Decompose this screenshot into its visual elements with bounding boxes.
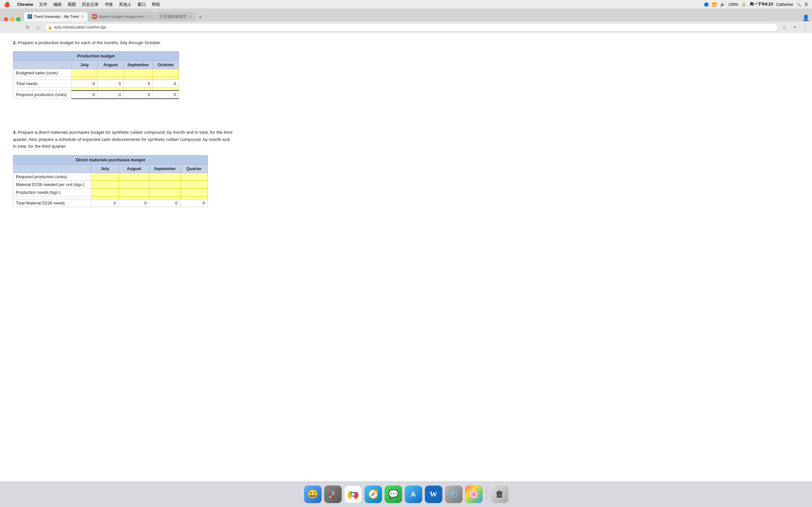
prod-input-budgeted-sales-oct[interactable] [153, 69, 179, 77]
extension-icon[interactable]: ✦ [791, 23, 799, 32]
menu-window[interactable]: 窗口 [137, 2, 146, 7]
search-icon[interactable]: 🔍 [797, 2, 801, 7]
question-3-text: 3. Prepare a direct materials purchases … [13, 129, 234, 150]
app-name-menu[interactable]: Chrome [17, 2, 33, 7]
prod-input-blank1-oct[interactable] [153, 77, 179, 80]
direct-materials-budget-table: Direct materials purchases budget July A… [13, 155, 208, 207]
mac-menubar: 🍎 Chrome 文件 编辑 视图 历史记录 书签 其他人 窗口 帮助 🔵 📶 … [0, 0, 812, 9]
tab-new[interactable]: 打开新的标签页 ✕ [156, 12, 196, 21]
traffic-light-minimize[interactable] [10, 17, 14, 21]
tab-label-trent: Trent University :: My Trent [34, 15, 79, 18]
dm-row-blank1 [13, 196, 208, 199]
prod-input-blank2-aug[interactable] [98, 88, 124, 91]
address-bar[interactable]: 🔒 ezto.mheducation.com/hm.tpx [44, 23, 778, 32]
prod-input-blank1-july[interactable] [72, 77, 98, 80]
prod-value-total-needs-oct: 0 [153, 80, 179, 88]
prod-value-req-prod-sep: 0 [124, 91, 153, 99]
user-name: Catharine [776, 2, 793, 7]
prod-row-required-production: Required production (units) 0 0 0 0 [13, 91, 179, 99]
dm-input-blank1-quarter[interactable] [180, 196, 208, 199]
dm-input-material-per-unit-quarter[interactable] [180, 181, 208, 188]
question-3-number: 3. [13, 130, 16, 135]
dm-input-blank1-aug[interactable] [118, 196, 149, 199]
production-budget-table: Production budget July August September … [13, 51, 179, 99]
apple-menu[interactable]: 🍎 [4, 2, 10, 7]
prod-input-blank2-sep[interactable] [124, 88, 153, 91]
dm-input-production-needs-quarter[interactable] [180, 188, 208, 196]
dm-input-production-needs-july[interactable] [91, 188, 118, 196]
back-button[interactable]: ‹ [3, 23, 11, 32]
dm-row-total-material: Total Material D236 needs 0 0 0 0 [13, 199, 208, 207]
question-2-body: Prepare a production budget for each of … [18, 40, 161, 45]
direct-materials-budget-wrapper: Direct materials purchases budget July A… [13, 155, 799, 207]
dm-input-material-per-unit-sep[interactable] [149, 181, 180, 188]
menu-people[interactable]: 其他人 [119, 2, 132, 7]
prod-value-total-needs-sep: 0 [124, 80, 153, 88]
dm-input-material-per-unit-aug[interactable] [118, 181, 149, 188]
tab-master-budget[interactable]: M Master Budget Assignment... ✕ [88, 12, 155, 21]
tab-label-budget: Master Budget Assignment... [99, 15, 147, 18]
tab-bar: T Trent University :: My Trent ✕ M Maste… [0, 9, 812, 21]
time-display: 周一下午6:23 [750, 2, 773, 7]
menu-history[interactable]: 历史记录 [82, 2, 99, 7]
address-text: ezto.mheducation.com/hm.tpx [54, 25, 106, 30]
prod-input-blank2-july[interactable] [72, 88, 98, 91]
dm-input-production-needs-aug[interactable] [118, 188, 149, 196]
dm-row-production-needs: Production needs (kgs.) [13, 188, 208, 196]
menu-dots-icon[interactable]: ⋮ [801, 23, 809, 32]
production-budget-title: Production budget [13, 52, 179, 61]
dm-col-header-quarter: Quarter [180, 165, 208, 173]
prod-row-blank2 [13, 88, 179, 91]
tab-close-new[interactable]: ✕ [189, 15, 192, 19]
dm-input-req-prod-aug[interactable] [118, 173, 149, 181]
col-header-october: October [153, 61, 179, 69]
prod-input-budgeted-sales-sep[interactable] [124, 69, 153, 77]
traffic-light-close[interactable] [4, 17, 8, 21]
prod-value-total-needs-july: 0 [72, 80, 98, 88]
profile-icon[interactable]: 👤 [802, 14, 809, 21]
dm-col-header-july: July [91, 165, 118, 173]
forward-button[interactable]: › [13, 23, 21, 32]
question-2-number: 2. [13, 40, 16, 45]
tab-close-trent[interactable]: ✕ [81, 15, 84, 19]
dm-input-material-per-unit-july[interactable] [91, 181, 118, 188]
dm-input-blank1-july[interactable] [91, 196, 118, 199]
home-button[interactable]: ⌂ [34, 23, 42, 32]
dm-label-blank1 [13, 196, 91, 199]
prod-row-budgeted-sales: Budgeted sales (units) [13, 69, 179, 77]
question-2-text: 2. Prepare a production budget for each … [13, 40, 799, 46]
bookmark-star-icon[interactable]: ☆ [780, 23, 789, 32]
reload-button[interactable]: ↻ [23, 23, 32, 32]
prod-input-blank1-sep[interactable] [124, 77, 153, 80]
prod-input-budgeted-sales-july[interactable] [72, 69, 98, 77]
menu-bookmarks[interactable]: 书签 [105, 2, 113, 7]
spacer-between-questions [13, 109, 799, 129]
page-content: 2. Prepare a production budget for each … [0, 33, 812, 481]
menu-edit[interactable]: 编辑 [53, 2, 62, 7]
tab-trent[interactable]: T Trent University :: My Trent ✕ [23, 12, 88, 21]
tab-favicon-budget: M [92, 14, 97, 19]
prod-input-budgeted-sales-aug[interactable] [98, 69, 124, 77]
menu-view[interactable]: 视图 [67, 2, 76, 7]
prod-row-blank1 [13, 77, 179, 80]
production-budget-wrapper: Production budget July August September … [13, 51, 799, 99]
dm-input-blank1-sep[interactable] [149, 196, 180, 199]
traffic-light-fullscreen[interactable] [16, 17, 20, 21]
dm-input-req-prod-quarter[interactable] [180, 173, 208, 181]
new-tab-button[interactable]: + [196, 12, 205, 21]
direct-materials-title-row: Direct materials purchases budget [13, 156, 208, 165]
dm-input-production-needs-sep[interactable] [149, 188, 180, 196]
battery-label: 100% [728, 2, 738, 7]
prod-input-blank1-aug[interactable] [98, 77, 124, 80]
dm-input-req-prod-july[interactable] [91, 173, 118, 181]
prod-label-total-needs: Total needs [13, 80, 72, 88]
prod-input-blank2-oct[interactable] [153, 88, 179, 91]
battery-icon: 🔋 [742, 2, 746, 7]
menu-file[interactable]: 文件 [39, 2, 47, 7]
menu-help[interactable]: 帮助 [152, 2, 160, 7]
menu-extra-icon[interactable]: ☰ [805, 2, 808, 7]
dm-value-total-material-sep: 0 [149, 199, 180, 207]
dm-input-req-prod-sep[interactable] [149, 173, 180, 181]
prod-label-budgeted-sales: Budgeted sales (units) [13, 69, 72, 77]
tab-close-budget[interactable]: ✕ [148, 15, 151, 19]
